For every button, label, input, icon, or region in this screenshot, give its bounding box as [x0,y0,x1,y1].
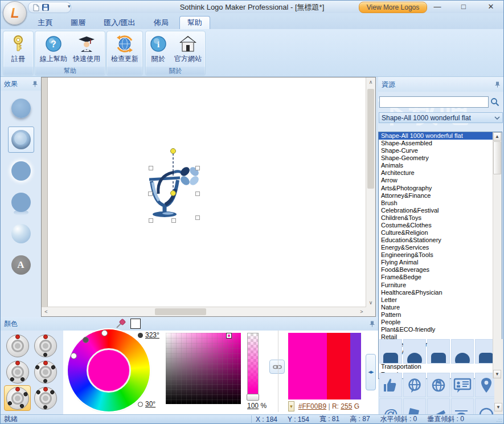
opacity-label[interactable]: 100 % [247,402,267,410]
maximize-button[interactable]: □ [455,1,472,11]
category-item[interactable]: Arts&Photography [379,185,493,192]
category-item[interactable]: Furniture [379,282,493,289]
tab-主頁[interactable]: 主頁 [30,17,60,29]
opacity-thumb[interactable] [247,394,259,401]
search-icon[interactable] [490,97,499,107]
category-item[interactable]: Culture&Religion [379,229,493,237]
scheme-split-button[interactable] [4,359,31,385]
register-button[interactable]: 註冊 [8,34,28,65]
category-item[interactable]: Nature [379,304,493,311]
color-wheel-center[interactable] [87,348,131,393]
tab-匯入/匯出[interactable]: 匯入/匯出 [96,17,143,29]
color-mode-dropdown[interactable]: ▼ [288,401,294,411]
view-more-logos-button[interactable]: View More Logos [359,2,427,13]
category-item[interactable]: Arrow [379,177,493,184]
category-item[interactable]: Brush [379,199,493,207]
effect-thumbnail-3[interactable] [8,158,34,184]
outline-color-swatch[interactable] [130,319,141,329]
category-item[interactable]: Pattern [379,311,493,319]
scheme-mono-button[interactable] [4,333,31,358]
saturation-brightness-square[interactable] [166,333,241,404]
category-item[interactable]: Shape-Geometry [379,154,493,162]
panel-collapse-button[interactable]: ◀▶ [366,354,376,390]
scheme-complement-button[interactable] [32,333,59,358]
preview-color-2[interactable] [327,333,350,399]
resource-tile[interactable] [379,373,402,397]
color-value-text[interactable]: #FF00B9 | R: 255 G [298,402,359,410]
resize-grip[interactable]: .:: [496,417,502,423]
category-item[interactable]: Celebration&Festival [379,207,493,214]
pin-icon[interactable] [495,81,500,88]
category-item[interactable]: Attorney&Finance [379,192,493,199]
category-item[interactable]: Frame&Bedge [379,274,493,281]
horizontal-scrollbar[interactable]: < > [42,307,366,316]
dropdown-scroll-thumb[interactable] [493,141,501,174]
scroll-down-icon[interactable]: ∨ [366,298,375,307]
app-menu-button[interactable]: L [3,1,27,25]
resource-tile[interactable]: NEWS [475,398,494,414]
preview-color-1[interactable] [288,333,327,399]
category-item[interactable]: Letter [379,296,493,304]
eyedropper-icon[interactable] [116,319,126,329]
resource-tile[interactable] [475,373,494,397]
resource-search-input[interactable] [379,96,489,108]
tab-幫助[interactable]: 幫助 [179,16,210,29]
effect-thumbnail-4[interactable] [8,189,34,215]
grid-scroll-down-icon[interactable]: ▼ [494,403,502,411]
new-document-icon[interactable] [33,4,39,11]
category-item[interactable]: Education&Stationery [379,237,493,244]
category-item[interactable]: Shape-Curve [379,147,493,154]
tab-佈局[interactable]: 佈局 [146,17,176,29]
qat-customize-icon[interactable]: ▾ [68,3,71,9]
preview-color-3[interactable] [350,333,361,399]
effect-thumbnail-5[interactable] [8,221,34,247]
category-item[interactable]: Children&Toys [379,214,493,222]
hue-primary-label[interactable]: 323° [138,331,159,339]
hue-secondary-label[interactable]: 30° [138,400,155,408]
category-item[interactable]: Food&Beverages [379,266,493,274]
scheme-tetrad-button-selected[interactable] [4,385,31,411]
resource-tile[interactable] [451,339,474,364]
scheme-triad-button[interactable] [32,359,59,385]
resource-tile[interactable] [451,398,474,414]
category-item[interactable]: Shape-Assembled [379,140,493,147]
category-item[interactable]: Plant&ECO-friendly [379,326,493,333]
logo-artwork[interactable] [132,138,223,229]
pin-icon[interactable] [370,321,375,327]
tab-圖層[interactable]: 圖層 [63,17,93,29]
effect-thumbnail-1[interactable] [8,95,34,121]
effect-thumbnail-2-selected[interactable] [8,127,34,153]
hue-marker-primary[interactable] [101,330,108,336]
minimize-button[interactable]: — [429,1,446,11]
design-canvas[interactable]: ∧ ∨ < > [41,77,376,317]
category-item[interactable]: Healthcare&Physician [379,289,493,296]
official-site-button[interactable]: 官方網站 [173,34,203,65]
dropdown-scroll-up-icon[interactable]: ▲ [493,132,501,141]
resource-tile[interactable] [379,339,402,364]
category-item[interactable]: Flying Animal [379,259,493,266]
scroll-right-icon[interactable]: > [357,307,366,316]
hscroll-thumb[interactable] [155,308,206,315]
pin-icon[interactable] [32,81,38,87]
resource-tile[interactable] [403,398,426,414]
category-combobox[interactable]: Shape-All 1000 wonderful flat [379,112,503,123]
resource-tile[interactable]: @ [379,398,402,414]
scheme-analogous-button[interactable] [32,385,59,411]
resource-tile[interactable] [403,339,426,364]
saturation-marker[interactable] [227,333,231,338]
check-update-button[interactable]: 檢查更新 [109,34,140,65]
color-wheel[interactable] [68,329,150,411]
effect-thumbnail-6[interactable]: A [8,252,34,278]
category-item[interactable]: Energy&Services [379,244,493,251]
save-icon[interactable] [42,4,49,11]
resource-tile[interactable] [427,398,450,414]
resource-tile[interactable] [427,373,450,397]
category-item[interactable]: Animals [379,162,493,169]
resource-tile[interactable] [403,373,426,397]
hue-marker-secondary[interactable] [83,337,89,343]
category-item[interactable]: Shape-All 1000 wonderful flat [379,132,493,140]
resource-tile[interactable] [451,373,474,397]
quick-start-button[interactable]: 快速使用 [71,34,102,65]
online-help-button[interactable]: ? 線上幫助 [38,34,69,65]
dropdown-scroll-down-icon[interactable]: ▼ [493,370,501,378]
